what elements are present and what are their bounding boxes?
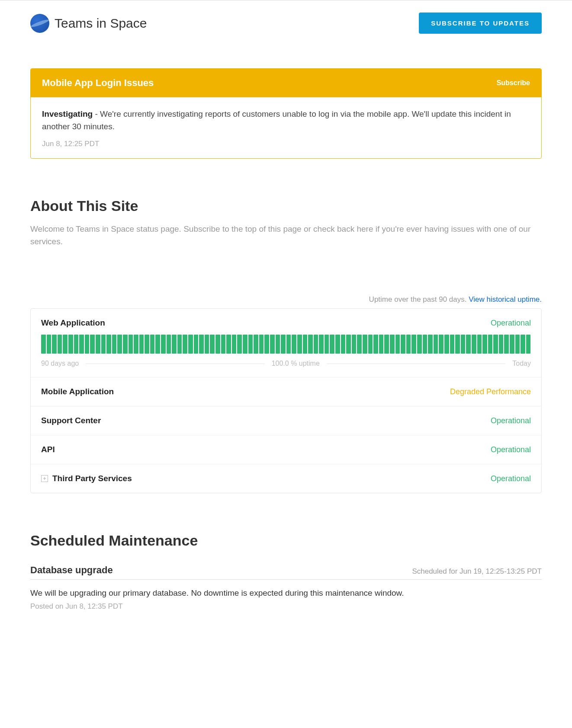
uptime-day-bar[interactable] [439, 335, 443, 354]
expand-icon[interactable]: + [41, 475, 48, 482]
uptime-day-bar[interactable] [123, 335, 128, 354]
incident-body: Investigating - We're currently investig… [31, 97, 541, 158]
uptime-day-bar[interactable] [521, 335, 525, 354]
components-list: Web ApplicationOperational90 days ago100… [30, 308, 542, 493]
uptime-day-bar[interactable] [205, 335, 209, 354]
uptime-day-bar[interactable] [259, 335, 264, 354]
uptime-day-bar[interactable] [526, 335, 531, 354]
uptime-day-bar[interactable] [357, 335, 362, 354]
uptime-day-bar[interactable] [406, 335, 411, 354]
uptime-day-bar[interactable] [314, 335, 318, 354]
uptime-day-bar[interactable] [373, 335, 378, 354]
uptime-day-bar[interactable] [292, 335, 296, 354]
uptime-day-bar[interactable] [68, 335, 73, 354]
uptime-day-bar[interactable] [112, 335, 117, 354]
uptime-day-bar[interactable] [167, 335, 171, 354]
uptime-day-bar[interactable] [52, 335, 57, 354]
uptime-day-bar[interactable] [183, 335, 187, 354]
uptime-day-bar[interactable] [510, 335, 514, 354]
uptime-day-bar[interactable] [243, 335, 247, 354]
uptime-day-bar[interactable] [379, 335, 384, 354]
uptime-day-bar[interactable] [297, 335, 302, 354]
uptime-day-bar[interactable] [215, 335, 220, 354]
uptime-day-bar[interactable] [482, 335, 487, 354]
uptime-day-bar[interactable] [106, 335, 111, 354]
uptime-day-bar[interactable] [488, 335, 493, 354]
uptime-day-bar[interactable] [276, 335, 280, 354]
uptime-day-bar[interactable] [248, 335, 253, 354]
uptime-day-bar[interactable] [58, 335, 62, 354]
uptime-day-bar[interactable] [335, 335, 340, 354]
component-header: +Third Party ServicesOperational [41, 474, 531, 483]
uptime-day-bar[interactable] [319, 335, 324, 354]
uptime-day-bar[interactable] [90, 335, 95, 354]
divider [327, 364, 505, 364]
uptime-day-bar[interactable] [254, 335, 258, 354]
uptime-day-bar[interactable] [117, 335, 122, 354]
uptime-day-bar[interactable] [434, 335, 438, 354]
uptime-day-bar[interactable] [346, 335, 351, 354]
uptime-day-bar[interactable] [477, 335, 482, 354]
maintenance-name[interactable]: Database upgrade [30, 565, 113, 576]
uptime-day-bar[interactable] [363, 335, 367, 354]
uptime-day-bar[interactable] [63, 335, 67, 354]
uptime-day-bar[interactable] [226, 335, 231, 354]
uptime-day-bar[interactable] [395, 335, 400, 354]
uptime-day-bar[interactable] [281, 335, 286, 354]
uptime-day-bar[interactable] [74, 335, 79, 354]
uptime-day-bar[interactable] [352, 335, 357, 354]
uptime-day-bar[interactable] [96, 335, 100, 354]
uptime-day-bar[interactable] [270, 335, 275, 354]
uptime-day-bar[interactable] [145, 335, 149, 354]
uptime-day-bar[interactable] [47, 335, 51, 354]
uptime-day-bar[interactable] [472, 335, 476, 354]
uptime-day-bar[interactable] [493, 335, 498, 354]
uptime-day-bar[interactable] [134, 335, 138, 354]
uptime-day-bar[interactable] [450, 335, 455, 354]
uptime-day-bar[interactable] [325, 335, 329, 354]
uptime-day-bar[interactable] [401, 335, 405, 354]
uptime-day-bar[interactable] [232, 335, 237, 354]
uptime-day-bar[interactable] [308, 335, 313, 354]
uptime-day-bar[interactable] [499, 335, 504, 354]
uptime-day-bar[interactable] [515, 335, 520, 354]
uptime-day-bar[interactable] [129, 335, 133, 354]
uptime-day-bar[interactable] [423, 335, 427, 354]
uptime-day-bar[interactable] [411, 335, 416, 354]
uptime-day-bar[interactable] [466, 335, 471, 354]
uptime-day-bar[interactable] [341, 335, 346, 354]
uptime-day-bar[interactable] [194, 335, 199, 354]
uptime-day-bar[interactable] [177, 335, 182, 354]
uptime-day-bar[interactable] [428, 335, 433, 354]
uptime-day-bar[interactable] [368, 335, 373, 354]
uptime-day-bar[interactable] [221, 335, 226, 354]
uptime-day-bar[interactable] [150, 335, 155, 354]
uptime-day-bar[interactable] [330, 335, 334, 354]
uptime-day-bar[interactable] [264, 335, 269, 354]
uptime-day-bar[interactable] [101, 335, 106, 354]
uptime-day-bar[interactable] [504, 335, 509, 354]
uptime-day-bar[interactable] [41, 335, 46, 354]
component-name: API [41, 445, 55, 454]
uptime-day-bar[interactable] [303, 335, 308, 354]
uptime-day-bar[interactable] [172, 335, 177, 354]
uptime-day-bar[interactable] [384, 335, 389, 354]
uptime-day-bar[interactable] [79, 335, 84, 354]
uptime-day-bar[interactable] [199, 335, 204, 354]
uptime-day-bar[interactable] [455, 335, 460, 354]
uptime-day-bar[interactable] [210, 335, 215, 354]
uptime-day-bar[interactable] [188, 335, 193, 354]
view-historical-uptime-link[interactable]: View historical uptime. [469, 295, 542, 303]
uptime-day-bar[interactable] [139, 335, 144, 354]
uptime-day-bar[interactable] [390, 335, 395, 354]
uptime-day-bar[interactable] [161, 335, 166, 354]
uptime-day-bar[interactable] [417, 335, 422, 354]
uptime-day-bar[interactable] [286, 335, 291, 354]
uptime-day-bar[interactable] [155, 335, 160, 354]
incident-subscribe-link[interactable]: Subscribe [497, 79, 530, 87]
subscribe-updates-button[interactable]: SUBSCRIBE TO UPDATES [419, 13, 542, 34]
uptime-day-bar[interactable] [461, 335, 466, 354]
uptime-day-bar[interactable] [85, 335, 90, 354]
uptime-day-bar[interactable] [237, 335, 242, 354]
uptime-day-bar[interactable] [444, 335, 449, 354]
